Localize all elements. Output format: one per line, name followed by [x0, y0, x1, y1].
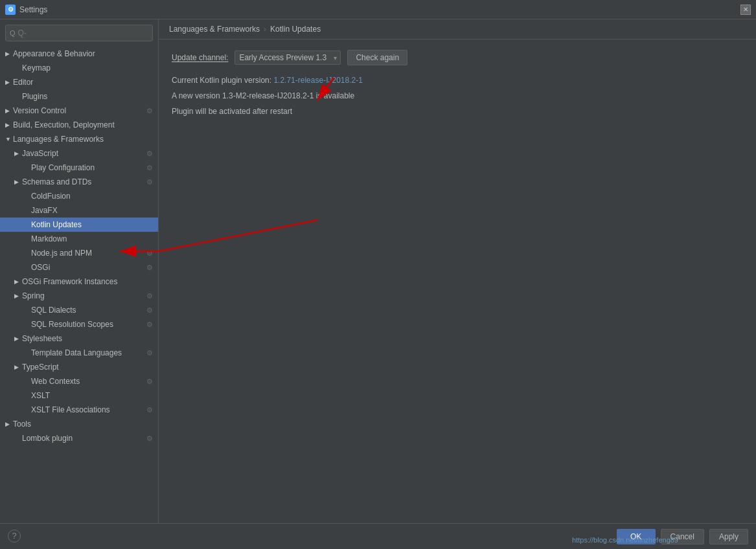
sidebar-item-editor[interactable]: ▶Editor [0, 75, 158, 89]
channel-select-wrapper[interactable]: StableEarly Access Preview 1.3Early Acce… [235, 50, 341, 65]
gear-icon-nodejs-npm: ⚙ [146, 249, 153, 258]
gear-icon-play-configuration: ⚙ [146, 164, 153, 172]
sidebar-item-tools[interactable]: ▶Tools [0, 417, 158, 431]
sidebar-item-nodejs-npm[interactable]: Node.js and NPM⚙ [0, 246, 158, 260]
check-again-button[interactable]: Check again [347, 50, 407, 65]
current-version-value: 1.2.71-release-IJ2018.2-1 [273, 76, 362, 85]
sidebar-label-osgi: OSGi [31, 263, 144, 272]
gear-icon-osgi: ⚙ [146, 263, 153, 272]
app-icon: ⚙ [5, 5, 16, 15]
sidebar-list: ▶Appearance & BehaviorKeymap▶EditorPlugi… [0, 47, 158, 445]
content-body: Update channel: StableEarly Access Previ… [159, 39, 756, 549]
sidebar-label-sql-dialects: SQL Dialects [31, 306, 144, 315]
update-channel-label: Update channel: [172, 53, 228, 62]
sidebar-item-coldfusion[interactable]: ColdFusion [0, 189, 158, 203]
sidebar-item-template-data[interactable]: Template Data Languages⚙ [0, 346, 158, 360]
sidebar-label-kotlin-updates: Kotlin Updates [31, 220, 153, 229]
sidebar-label-appearance: Appearance & Behavior [13, 49, 153, 58]
sidebar-label-template-data: Template Data Languages [31, 348, 144, 357]
sidebar-label-javafx: JavaFX [31, 206, 153, 215]
window-title: Settings [19, 5, 47, 14]
gear-icon-web-contexts: ⚙ [146, 377, 153, 386]
sidebar-label-stylesheets: Stylesheets [22, 334, 153, 343]
breadcrumb: Languages & Frameworks › Kotlin Updates [159, 19, 756, 39]
sidebar-item-keymap[interactable]: Keymap [0, 61, 158, 75]
close-button[interactable]: ✕ [740, 5, 751, 15]
sidebar-item-play-configuration[interactable]: Play Configuration⚙ [0, 161, 158, 175]
title-bar: ⚙ Settings ✕ [0, 0, 756, 19]
sidebar-item-sql-dialects[interactable]: SQL Dialects⚙ [0, 303, 158, 317]
sidebar-item-plugins[interactable]: Plugins [0, 89, 158, 104]
sidebar-item-osgi-framework[interactable]: ▶OSGi Framework Instances [0, 274, 158, 289]
sidebar-label-xslt: XSLT [31, 391, 153, 400]
sidebar-label-plugins: Plugins [22, 92, 153, 101]
new-version-content: A new version 1.3-M2-release-IJ2018.2-1 … [172, 91, 354, 100]
sidebar: Q ▶Appearance & BehaviorKeymap▶EditorPlu… [0, 19, 159, 549]
sidebar-label-play-configuration: Play Configuration [31, 163, 144, 172]
sidebar-arrow-version-control: ▶ [5, 107, 13, 114]
sidebar-item-javafx[interactable]: JavaFX [0, 203, 158, 218]
new-version-text: A new version 1.3-M2-release-IJ2018.2-1 … [172, 90, 743, 102]
sidebar-arrow-build-execution: ▶ [5, 122, 13, 128]
plugin-note: Plugin will be activated after restart [172, 107, 743, 116]
sidebar-item-sql-resolution[interactable]: SQL Resolution Scopes⚙ [0, 317, 158, 331]
gear-icon-sql-resolution: ⚙ [146, 320, 153, 329]
breadcrumb-separator: › [264, 25, 266, 34]
sidebar-item-build-execution[interactable]: ▶Build, Execution, Deployment [0, 118, 158, 132]
sidebar-arrow-javascript: ▶ [14, 150, 22, 157]
sidebar-arrow-appearance: ▶ [5, 50, 13, 57]
sidebar-label-languages-frameworks: Languages & Frameworks [13, 135, 153, 144]
gear-icon-schemas-dtds: ⚙ [146, 178, 153, 186]
sidebar-item-typescript[interactable]: ▶TypeScript [0, 360, 158, 374]
sidebar-item-languages-frameworks[interactable]: ▼Languages & Frameworks [0, 132, 158, 146]
sidebar-label-typescript: TypeScript [22, 363, 153, 372]
bottom-bar: ? https://blog.csdn.net/linzhefeng89 OK … [0, 523, 756, 549]
sidebar-label-coldfusion: ColdFusion [31, 192, 153, 201]
sidebar-label-schemas-dtds: Schemas and DTDs [22, 177, 144, 186]
sidebar-label-build-execution: Build, Execution, Deployment [13, 120, 153, 129]
sidebar-arrow-stylesheets: ▶ [14, 335, 22, 342]
gear-icon-template-data: ⚙ [146, 349, 153, 357]
sidebar-label-nodejs-npm: Node.js and NPM [31, 249, 144, 258]
sidebar-label-markdown: Markdown [31, 234, 153, 243]
sidebar-item-javascript[interactable]: ▶JavaScript⚙ [0, 146, 158, 161]
sidebar-item-xslt[interactable]: XSLT [0, 388, 158, 403]
sidebar-item-lombok[interactable]: Lombok plugin⚙ [0, 431, 158, 445]
content-area: Languages & Frameworks › Kotlin Updates … [159, 19, 756, 549]
sidebar-label-web-contexts: Web Contexts [31, 377, 144, 386]
bottom-left: ? [0, 523, 21, 549]
sidebar-label-version-control: Version Control [13, 106, 144, 115]
help-button[interactable]: ? [8, 530, 21, 543]
sidebar-item-kotlin-updates[interactable]: Kotlin Updates [0, 218, 158, 232]
sidebar-item-stylesheets[interactable]: ▶Stylesheets [0, 331, 158, 346]
sidebar-label-osgi-framework: OSGi Framework Instances [22, 277, 153, 286]
search-input[interactable] [18, 28, 148, 38]
update-channel-row: Update channel: StableEarly Access Previ… [172, 50, 743, 65]
sidebar-item-spring[interactable]: ▶Spring⚙ [0, 289, 158, 303]
gear-icon-lombok: ⚙ [146, 434, 153, 443]
current-version-label: Current Kotlin plugin version: [172, 76, 273, 85]
sidebar-label-editor: Editor [13, 78, 153, 87]
sidebar-label-xslt-file: XSLT File Associations [31, 405, 144, 414]
sidebar-label-keymap: Keymap [22, 63, 153, 73]
search-box[interactable]: Q [5, 25, 153, 41]
sidebar-label-sql-resolution: SQL Resolution Scopes [31, 320, 144, 329]
sidebar-item-xslt-file[interactable]: XSLT File Associations⚙ [0, 403, 158, 417]
gear-icon-version-control: ⚙ [146, 107, 153, 115]
main-container: Q ▶Appearance & BehaviorKeymap▶EditorPlu… [0, 19, 756, 549]
sidebar-item-osgi[interactable]: OSGi⚙ [0, 260, 158, 274]
sidebar-item-appearance[interactable]: ▶Appearance & Behavior [0, 47, 158, 61]
sidebar-item-schemas-dtds[interactable]: ▶Schemas and DTDs⚙ [0, 175, 158, 189]
apply-button[interactable]: Apply [709, 529, 748, 544]
sidebar-label-spring: Spring [22, 291, 144, 300]
gear-icon-sql-dialects: ⚙ [146, 306, 153, 315]
sidebar-item-markdown[interactable]: Markdown [0, 232, 158, 246]
sidebar-item-version-control[interactable]: ▶Version Control⚙ [0, 104, 158, 118]
csdn-link: https://blog.csdn.net/linzhefeng89 [572, 536, 678, 544]
channel-select[interactable]: StableEarly Access Preview 1.3Early Acce… [235, 50, 341, 65]
sidebar-label-lombok: Lombok plugin [22, 434, 144, 443]
gear-icon-xslt-file: ⚙ [146, 406, 153, 414]
sidebar-label-tools: Tools [13, 420, 153, 429]
sidebar-item-web-contexts[interactable]: Web Contexts⚙ [0, 374, 158, 388]
sidebar-arrow-editor: ▶ [5, 79, 13, 85]
